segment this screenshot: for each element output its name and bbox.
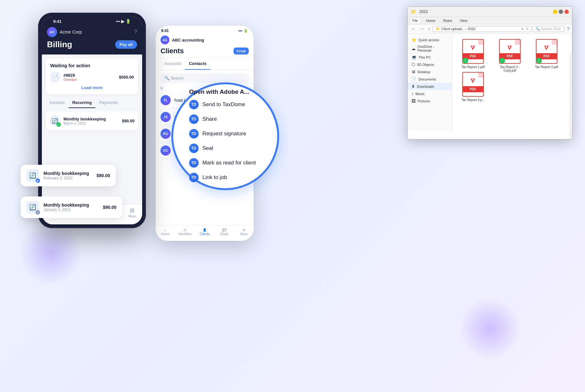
circle-item-share[interactable]: TD Share xyxy=(189,112,217,126)
ctx-share[interactable]: Share xyxy=(571,68,572,76)
3d-icon: ⬡ xyxy=(411,62,415,67)
phone2-nav-workflow[interactable]: ⊟ Workflow xyxy=(175,228,195,236)
phone2-nav-clients[interactable]: 👤 Clients xyxy=(195,228,214,236)
minimize-button[interactable]: ─ xyxy=(553,10,557,14)
check-1: ✓ xyxy=(463,58,468,63)
windows-context-menu: Open with Adobe Acrobat Send to TaxDome … xyxy=(570,53,572,139)
help-icon[interactable]: ? xyxy=(567,26,569,31)
documents-icon: 📄 xyxy=(411,77,417,81)
sidebar-music[interactable]: ♪ Music xyxy=(408,90,452,97)
circle-item-signature[interactable]: TD Request signature xyxy=(189,127,246,140)
float-card-2: 🔄 ↻ Monthly bookkeeping January 2, 2022 … xyxy=(21,196,122,218)
phone2-nav-chats[interactable]: 💬 Chats xyxy=(214,228,234,236)
nav-more[interactable]: ⊞ More xyxy=(122,207,142,218)
explorer-body: ⭐ Quick access ☁ OneDrive - Personal 💻 T… xyxy=(408,34,572,131)
circle-item-link[interactable]: TD Link to job xyxy=(189,171,227,184)
file-tax-report-2-copy[interactable]: ⛛ PDF ✓ Tax Report 2 - Copy.pdf xyxy=(494,39,526,72)
phone2-search[interactable]: 🔍 Search xyxy=(161,73,249,83)
float-card-2-date: January 2, 2022 xyxy=(43,208,89,212)
recurring-amount: $90.00 xyxy=(122,119,135,123)
td-icon-3: TD xyxy=(189,129,199,138)
float-card-2-amount: $90.00 xyxy=(103,205,116,210)
explorer-main: ⛛ PDF ✓ Tax Report 1.pdf ⛛ PDF ✓ xyxy=(452,34,572,131)
client-avatar-2: JS xyxy=(161,112,171,122)
phone1-time: 9:41 xyxy=(53,19,62,24)
pay-all-button[interactable]: Pay all xyxy=(115,40,137,49)
phone1-screen: 9:41 ▪▪▪ ▶ 🔋 AC Acme Corp ? Billing Pay … xyxy=(42,16,142,224)
decoration-glow-1 xyxy=(19,222,82,285)
sidebar-downloads[interactable]: ⬇ Downloads xyxy=(408,83,452,90)
file-tax-report-1[interactable]: ⛛ PDF ✓ Tax Report 1.pdf xyxy=(457,39,489,72)
ctx-send-taxdome[interactable]: Send to TaxDome xyxy=(571,61,572,68)
explorer-titlebar: 📁 2022 ─ □ ✕ xyxy=(408,7,572,17)
circle-item-seal[interactable]: TD Seal xyxy=(189,142,213,155)
phone2-bottom-nav: ⌂ Home ⊟ Workflow 👤 Clients 💬 Chats ⊞ Mo… xyxy=(155,225,254,241)
address-bar[interactable]: 📁 Client upload... › 2022 ▾ ↻ xyxy=(433,26,531,32)
phone2-home-icon: ⌂ xyxy=(164,228,166,232)
file-tax-report-2[interactable]: ⛛ PDF ✓ Tax Report 2.pdf xyxy=(531,39,562,72)
create-button[interactable]: Creat xyxy=(233,48,249,55)
phone2-subtabs: Accounts Contacts xyxy=(155,58,254,70)
up-button[interactable]: ↑ xyxy=(427,26,431,32)
maximize-button[interactable]: □ xyxy=(559,10,563,14)
ctx-convert-pdf[interactable]: nvert PDF/XPS... › xyxy=(571,118,572,126)
phone1-company-name: Acme Corp xyxy=(60,29,134,35)
explorer-title: 2022 xyxy=(419,10,552,14)
explorer-search[interactable]: 🔍 Search 2022 xyxy=(533,26,564,32)
circle-item-read[interactable]: TD Mark as read for client xyxy=(189,156,256,170)
load-more-link[interactable]: Load more xyxy=(50,85,134,90)
tab-contacts[interactable]: Contacts xyxy=(185,58,210,70)
pdf-fold-2 xyxy=(515,40,520,45)
phone2-workflow-icon: ⊟ xyxy=(184,228,186,232)
phone2-time: 9:41 xyxy=(161,29,169,33)
client-avatar-3: RG xyxy=(161,129,171,139)
sidebar-onedrive[interactable]: ☁ OneDrive - Personal xyxy=(408,43,452,54)
client-avatar-4: OC xyxy=(161,145,171,156)
phone2-status-bar: 9:41 ▪▪▪ 🔋 xyxy=(155,25,254,33)
recurring-icon: 🔄 ✓ xyxy=(49,115,60,126)
music-icon: ♪ xyxy=(411,91,414,96)
tab-payments[interactable]: Payments xyxy=(95,98,122,108)
ribbon-view[interactable]: View xyxy=(458,18,469,23)
ribbon-file[interactable]: File xyxy=(410,18,420,23)
ctx-open-acrobat[interactable]: Open with Adobe Acrobat xyxy=(571,53,572,61)
ctx-previous-versions[interactable]: store previous versions xyxy=(571,136,572,139)
tab-recurring[interactable]: Recurring xyxy=(69,98,95,108)
ctx-open-web[interactable]: n in web xyxy=(571,101,572,108)
recurring-date: March 2, 2022 xyxy=(63,121,122,125)
sidebar-this-pc[interactable]: 💻 This PC xyxy=(408,54,452,61)
sidebar-3d-objects[interactable]: ⬡ 3D Objects xyxy=(408,61,452,68)
circle-item-send[interactable]: TD Send to TaxDome xyxy=(189,98,245,111)
sidebar-desktop[interactable]: 🖥 Desktop xyxy=(408,68,452,75)
file-name-4: Tax Report 3.p... xyxy=(461,98,484,102)
refresh-icon[interactable]: ↻ xyxy=(526,27,529,31)
ctx-re[interactable]: re xyxy=(571,111,572,118)
sidebar-pictures[interactable]: 🖼 Pictures xyxy=(408,97,452,105)
tab-accounts[interactable]: Accounts xyxy=(161,58,185,70)
forward-button[interactable]: → xyxy=(418,26,425,32)
back-button[interactable]: ← xyxy=(410,26,417,32)
phone2-company-name: ABC accounting xyxy=(172,38,204,42)
td-icon-1: TD xyxy=(189,100,199,109)
float-card-1-amount: $90.00 xyxy=(96,173,110,178)
explorer-nav-bar: ← → ↑ 📁 Client upload... › 2022 ▾ ↻ 🔍 Se… xyxy=(408,24,572,34)
sidebar-documents[interactable]: 📄 Documents xyxy=(408,75,452,83)
file-name-1: Tax Report 1.pdf xyxy=(461,65,484,69)
ribbon-home[interactable]: Home xyxy=(424,18,437,23)
ribbon-share[interactable]: Share xyxy=(441,18,454,23)
quick-access-icon: ⭐ xyxy=(411,37,417,42)
tab-invoices[interactable]: Invoices xyxy=(46,98,69,108)
dropdown-icon[interactable]: ▾ xyxy=(522,27,523,31)
ctx-read-client[interactable]: as read for client xyxy=(571,86,572,93)
phone1-help-icon[interactable]: ? xyxy=(134,29,137,35)
refresh-badge: ↻ xyxy=(36,210,40,215)
close-button[interactable]: ✕ xyxy=(564,10,569,14)
ctx-request-signature[interactable]: Request signature xyxy=(571,76,572,83)
ctx-open-with[interactable]: en with › xyxy=(571,126,572,133)
phone2-nav-more[interactable]: ⊞ More xyxy=(234,228,254,236)
sidebar-quick-access[interactable]: ⭐ Quick access xyxy=(408,36,452,43)
float-card-1-title: Monthly bookkeeping xyxy=(43,171,89,176)
phone2-nav-home[interactable]: ⌂ Home xyxy=(155,228,175,236)
ctx-to-job[interactable]: to job xyxy=(571,93,572,101)
file-tax-report-3[interactable]: ⛛ PDF Tax Report 3.p... xyxy=(457,72,489,102)
